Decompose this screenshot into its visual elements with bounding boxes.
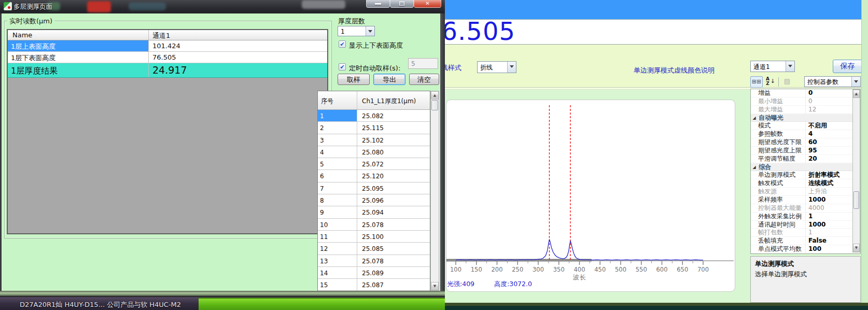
sample-index-cell[interactable]: 6 [318, 170, 357, 181]
column-header-index[interactable]: 序号 [318, 91, 357, 109]
scroll-down-button[interactable]: ▼ [431, 282, 439, 290]
reading-name-cell[interactable]: 1层下表面高度 [8, 52, 149, 63]
sample-row[interactable]: 1225.085 [318, 243, 430, 255]
reading-row[interactable]: 1层厚度结果24.917 [8, 63, 327, 78]
param-row[interactable]: 期望感光度下限60 [751, 138, 860, 147]
sample-index-cell[interactable]: 3 [318, 134, 357, 146]
sample-value-cell[interactable]: 25.087 [357, 279, 430, 290]
param-row[interactable]: 控制器最大能量4000 [751, 204, 860, 213]
scroll-up-button[interactable]: ▲ [431, 91, 439, 100]
param-row[interactable]: 最小增益0 [751, 97, 860, 106]
sample-row[interactable]: 1425.089 [318, 267, 430, 279]
column-header-name[interactable]: Name [8, 30, 149, 40]
reading-value-cell[interactable]: 76.505 [149, 52, 327, 63]
sample-row[interactable]: 725.095 [318, 182, 430, 194]
param-row[interactable]: 外触发采集比例1 [751, 213, 860, 221]
sample-index-cell[interactable]: 8 [318, 194, 357, 206]
sample-value-cell[interactable]: 25.120 [357, 170, 430, 181]
param-row[interactable]: 触发模式连续模式 [751, 179, 860, 188]
export-button[interactable]: 导出 [373, 74, 405, 85]
sample-index-cell[interactable]: 11 [318, 231, 357, 242]
sample-row[interactable]: 1325.078 [318, 255, 430, 267]
sample-value-cell[interactable]: 25.085 [357, 243, 430, 254]
param-group-select[interactable]: 控制器参数 [804, 76, 861, 87]
close-button[interactable]: ✕ [414, 0, 441, 8]
sample-index-cell[interactable]: 15 [318, 279, 357, 290]
scroll-down-button[interactable]: ▼ [853, 244, 860, 252]
sample-row[interactable]: 925.094 [318, 206, 430, 218]
reading-row[interactable]: 1层上表面高度101.424 [8, 40, 327, 52]
sample-value-cell[interactable]: 25.102 [357, 134, 430, 146]
param-row[interactable]: 模式不启用 [751, 122, 860, 130]
auto-sample-interval-input[interactable]: 5 [408, 58, 438, 69]
param-category-row[interactable]: ◢综合 [751, 163, 860, 172]
param-row[interactable]: 单边测厚模式折射率模式 [751, 171, 860, 179]
sample-row[interactable]: 625.120 [318, 170, 430, 182]
sample-value-cell[interactable]: 25.078 [357, 219, 430, 230]
param-row[interactable]: 触发源上升沿 [751, 188, 860, 196]
curve-style-select[interactable]: 折线 [477, 61, 516, 73]
property-grid-scrollbar[interactable]: ▲ ▼ [852, 89, 860, 252]
sample-value-cell[interactable]: 25.089 [357, 267, 430, 278]
sample-row[interactable]: 425.080 [318, 146, 430, 158]
param-row[interactable]: 丢帧填充False [751, 237, 860, 245]
maximize-button[interactable] [390, 0, 414, 8]
param-row[interactable]: 帧打包数1 [751, 229, 860, 237]
sample-index-cell[interactable]: 5 [318, 158, 357, 170]
samples-scrollbar[interactable]: ▲ ▼ [430, 91, 439, 291]
param-row[interactable]: 最大增益12 [751, 106, 860, 114]
param-row[interactable]: 单点模式平均数100 [751, 245, 860, 253]
reading-name-cell[interactable]: 1层厚度结果 [8, 63, 149, 77]
sample-row[interactable]: 525.072 [318, 158, 430, 170]
param-row[interactable]: 增益0 [751, 89, 860, 97]
sample-index-cell[interactable]: 2 [318, 122, 357, 133]
reading-value-cell[interactable]: 101.424 [149, 40, 327, 51]
sample-row[interactable]: 1025.078 [318, 219, 430, 231]
sample-index-cell[interactable]: 9 [318, 206, 357, 218]
sample-value-cell[interactable]: 25.072 [357, 158, 430, 170]
big-readout-bottom-row[interactable]: 76.505 [442, 19, 862, 44]
scroll-up-button[interactable]: ▲ [853, 90, 860, 98]
sample-value-cell[interactable]: 25.096 [357, 194, 430, 206]
collapse-icon[interactable]: ◢ [751, 163, 758, 171]
show-surface-checkbox[interactable]: ✔ [339, 40, 346, 48]
auto-sample-checkbox[interactable]: ✔ [339, 63, 346, 71]
param-row[interactable]: 期望感光度上限95 [751, 147, 860, 155]
save-button[interactable]: 保存 [833, 60, 862, 73]
categorized-view-button[interactable]: ⊞⊞ [750, 76, 763, 88]
sample-value-cell[interactable]: 25.078 [357, 255, 430, 266]
thickness-layers-select[interactable]: 1 [338, 26, 375, 36]
sample-index-cell[interactable]: 7 [318, 182, 357, 194]
property-pages-button[interactable]: ▤ [781, 76, 793, 88]
reading-name-cell[interactable]: 1层上表面高度 [8, 40, 149, 51]
sample-value-cell[interactable]: 25.095 [357, 182, 430, 194]
param-row[interactable]: 参照帧数4 [751, 130, 860, 138]
sample-value-cell[interactable]: 25.082 [357, 110, 430, 121]
column-header-channel1[interactable]: 通道1 [149, 30, 327, 40]
channel-select[interactable]: 通道1 [750, 61, 795, 72]
sample-index-cell[interactable]: 13 [318, 255, 357, 266]
sample-row[interactable]: 1525.087 [318, 279, 430, 291]
column-header-thickness[interactable]: Ch1_L1厚度1(μm) [357, 91, 430, 109]
minimize-button[interactable] [366, 0, 390, 8]
collapse-icon[interactable]: ◢ [751, 114, 758, 122]
sample-row[interactable]: 825.096 [318, 194, 430, 206]
sample-index-cell[interactable]: 4 [318, 146, 357, 158]
sample-value-cell[interactable]: 25.115 [357, 122, 430, 133]
sample-index-cell[interactable]: 14 [318, 267, 357, 278]
clear-button[interactable]: 清空 [409, 74, 439, 85]
alphabetical-sort-button[interactable]: AZ ↓ [764, 76, 776, 88]
param-row[interactable]: 通讯超时时间1000 [751, 221, 860, 229]
sample-value-cell[interactable]: 25.094 [357, 206, 430, 218]
reading-row[interactable]: 1层下表面高度76.505 [8, 52, 327, 63]
sample-row[interactable]: 225.115 [318, 122, 430, 134]
sample-value-cell[interactable]: 25.100 [357, 231, 430, 242]
sample-value-cell[interactable]: 25.080 [357, 146, 430, 158]
param-category-row[interactable]: ◢自动曝光 [751, 114, 860, 122]
sample-row[interactable]: 1125.100 [318, 231, 430, 243]
param-row[interactable]: 平滑调节幅度20 [751, 155, 860, 163]
scrollbar-thumb[interactable] [853, 191, 859, 209]
sample-row[interactable]: 125.082 [318, 110, 430, 122]
sample-index-cell[interactable]: 12 [318, 243, 357, 254]
reading-value-cell[interactable]: 24.917 [149, 63, 327, 77]
